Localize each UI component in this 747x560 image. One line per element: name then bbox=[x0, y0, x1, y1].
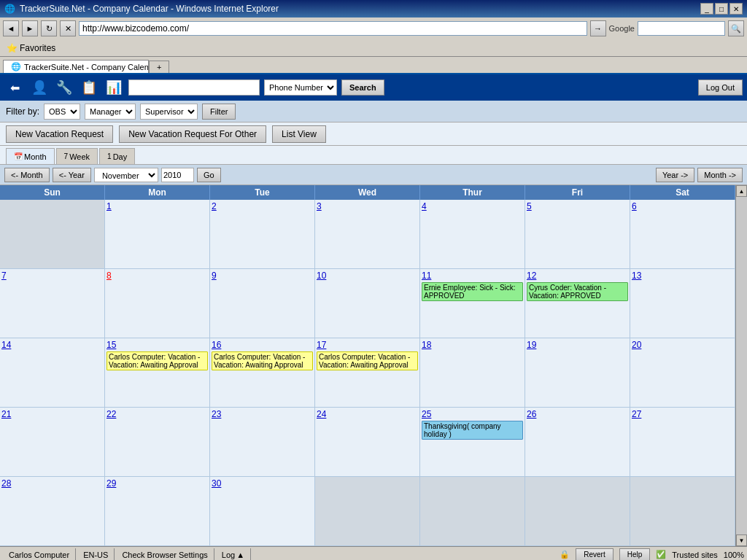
date-25[interactable]: 25 bbox=[422, 409, 523, 419]
nav-icon-5[interactable]: 📊 bbox=[104, 77, 124, 98]
search-icon[interactable]: 🔍 bbox=[728, 20, 744, 36]
tab-week[interactable]: 7 Week bbox=[56, 148, 98, 164]
supervisor-select[interactable]: Supervisor bbox=[140, 104, 198, 120]
view-tabs: 📅 Month 7 Week 1 Day bbox=[0, 146, 747, 165]
month-select[interactable]: November JanuaryFebruaryMarch AprilMayJu… bbox=[94, 168, 158, 182]
table-row: 19 bbox=[525, 338, 630, 408]
nav-icon-2[interactable]: 👤 bbox=[29, 77, 50, 98]
date-13[interactable]: 13 bbox=[632, 271, 733, 281]
date-5[interactable]: 5 bbox=[527, 201, 628, 211]
date-11[interactable]: 11 bbox=[422, 271, 523, 281]
scroll-up-button[interactable]: ▲ bbox=[736, 185, 747, 197]
date-19[interactable]: 19 bbox=[527, 340, 628, 350]
go-button[interactable]: Go bbox=[197, 168, 221, 182]
list-item[interactable]: Cyrus Coder: Vacation - Vacation: APPROV… bbox=[527, 282, 628, 301]
date-28[interactable]: 28 bbox=[1, 478, 103, 489]
trusted-sites-label: Trusted sites bbox=[672, 551, 718, 559]
go-button[interactable]: → bbox=[590, 20, 606, 36]
toolbar-search-input[interactable] bbox=[128, 79, 260, 96]
back-button[interactable]: ◄ bbox=[3, 20, 19, 36]
new-vacation-other-button[interactable]: New Vacation Request For Other bbox=[119, 125, 266, 143]
date-2[interactable]: 2 bbox=[212, 201, 313, 211]
log-expand-icon: ▲ bbox=[236, 551, 244, 559]
list-view-button[interactable]: List View bbox=[272, 125, 326, 143]
scrollbar[interactable]: ▲ ▼ bbox=[735, 185, 747, 546]
year-input[interactable] bbox=[161, 168, 194, 182]
address-bar: ◄ ► ↻ ✕ → Google 🔍 bbox=[0, 18, 747, 39]
nav-icon-4[interactable]: 📋 bbox=[79, 77, 99, 98]
table-row: 16 Carlos Computer: Vacation - Vacation:… bbox=[210, 338, 315, 408]
table-row: 6 bbox=[630, 200, 735, 269]
date-18[interactable]: 18 bbox=[422, 340, 523, 350]
date-9[interactable]: 9 bbox=[212, 271, 313, 281]
nav-icon-3[interactable]: 🔧 bbox=[54, 77, 74, 98]
list-item[interactable]: Thanksgiving( company holiday ) bbox=[422, 421, 523, 440]
date-14[interactable]: 14 bbox=[1, 340, 103, 350]
list-item[interactable]: Carlos Computer: Vacation - Vacation: Aw… bbox=[212, 351, 313, 370]
date-16[interactable]: 16 bbox=[212, 340, 313, 350]
stop-button[interactable]: ✕ bbox=[60, 20, 76, 36]
list-item[interactable]: Ernie Employee: Sick - Sick: APPROVED bbox=[422, 282, 523, 301]
date-4[interactable]: 4 bbox=[422, 201, 523, 211]
date-8[interactable]: 8 bbox=[107, 271, 208, 281]
table-row: 25 Thanksgiving( company holiday ) bbox=[420, 408, 525, 477]
date-30[interactable]: 30 bbox=[212, 478, 313, 489]
next-year-button[interactable]: Year -> bbox=[656, 168, 694, 182]
close-button[interactable]: ✕ bbox=[729, 3, 743, 15]
refresh-button[interactable]: ↻ bbox=[41, 20, 57, 36]
date-24[interactable]: 24 bbox=[317, 409, 418, 419]
search-button[interactable]: Search bbox=[341, 79, 384, 96]
table-row: 8 bbox=[105, 269, 210, 338]
tab-month[interactable]: 📅 Month bbox=[6, 148, 55, 164]
browser-tab-2[interactable]: + bbox=[149, 61, 169, 73]
forward-button[interactable]: ► bbox=[22, 20, 38, 36]
header-fri: Fri bbox=[525, 185, 630, 200]
date-21[interactable]: 21 bbox=[1, 409, 103, 419]
nav-icon-1[interactable]: ⬅ bbox=[4, 77, 25, 98]
date-29[interactable]: 29 bbox=[107, 478, 208, 489]
scroll-down-button[interactable]: ▼ bbox=[736, 534, 747, 546]
obs-select[interactable]: OBS bbox=[44, 104, 80, 120]
table-row bbox=[315, 477, 420, 546]
date-12[interactable]: 12 bbox=[527, 271, 628, 281]
date-7[interactable]: 7 bbox=[1, 271, 103, 281]
table-row: 1 bbox=[105, 200, 210, 269]
filter-button[interactable]: Filter bbox=[202, 104, 236, 120]
help-button[interactable]: Help bbox=[619, 548, 651, 561]
table-row: 24 bbox=[315, 408, 420, 477]
date-20[interactable]: 20 bbox=[632, 340, 733, 350]
date-1[interactable]: 1 bbox=[107, 201, 208, 211]
day-tab-label: Day bbox=[113, 152, 128, 161]
date-17[interactable]: 17 bbox=[317, 340, 418, 350]
date-10[interactable]: 10 bbox=[317, 271, 418, 281]
list-item[interactable]: Carlos Computer: Vacation - Vacation: Aw… bbox=[107, 351, 208, 370]
new-vacation-button[interactable]: New Vacation Request bbox=[6, 125, 113, 143]
date-27[interactable]: 27 bbox=[632, 409, 733, 419]
manager-select[interactable]: Manager bbox=[85, 104, 136, 120]
next-month-button[interactable]: Month -> bbox=[697, 168, 743, 182]
date-15[interactable]: 15 bbox=[107, 340, 208, 350]
prev-year-button[interactable]: <- Year bbox=[53, 168, 91, 182]
status-user: Carlos Computer bbox=[3, 548, 76, 561]
minimize-button[interactable]: _ bbox=[700, 3, 713, 15]
window-title: TrackerSuite.Net - Company Calendar - Wi… bbox=[20, 4, 279, 14]
revert-button[interactable]: Revert bbox=[576, 548, 613, 561]
tab-icon: 🌐 bbox=[11, 62, 21, 71]
logout-button[interactable]: Log Out bbox=[698, 79, 743, 96]
list-item[interactable]: Carlos Computer: Vacation - Vacation: Aw… bbox=[317, 351, 418, 370]
prev-month-button[interactable]: <- Month bbox=[4, 168, 50, 182]
date-22[interactable]: 22 bbox=[107, 409, 208, 419]
date-6[interactable]: 6 bbox=[632, 201, 733, 211]
browser-tab-1[interactable]: 🌐 TrackerSuite.Net - Company Calendar bbox=[3, 60, 149, 73]
table-row: 28 bbox=[0, 477, 105, 546]
search-type-select[interactable]: Phone Number bbox=[264, 79, 337, 96]
maximize-button[interactable]: □ bbox=[715, 3, 728, 15]
favorites-button[interactable]: ⭐ Favorites bbox=[3, 42, 59, 55]
address-input[interactable] bbox=[79, 21, 587, 36]
date-23[interactable]: 23 bbox=[212, 409, 313, 419]
header-tue: Tue bbox=[210, 185, 315, 200]
google-search-input[interactable] bbox=[638, 21, 725, 36]
tab-day[interactable]: 1 Day bbox=[99, 148, 135, 164]
date-3[interactable]: 3 bbox=[317, 201, 418, 211]
date-26[interactable]: 26 bbox=[527, 409, 628, 419]
